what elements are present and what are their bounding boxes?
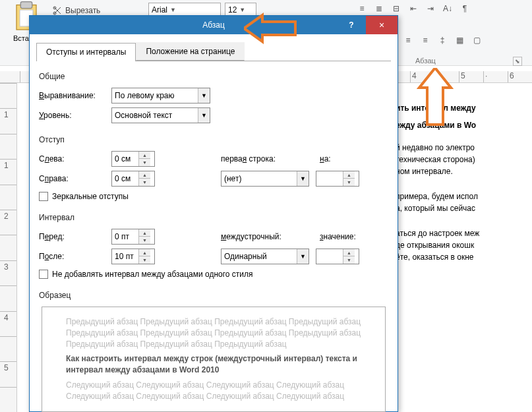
svg-rect-1 [20, 2, 32, 9]
line-spacing-at-value[interactable] [316, 252, 343, 261]
group-title: Общие [39, 72, 388, 81]
line-spacing-value: Одинарный [224, 252, 267, 261]
indent-right-label: Справа: [39, 174, 105, 183]
group-spacing: Интервал Перед: ▲▼ междустрочный: значен… [39, 213, 388, 279]
indent-right-spinner[interactable]: ▲▼ [111, 171, 155, 187]
dialog-body: Общие Выравнивание: По левому краю▼ Уров… [30, 61, 398, 412]
chevron-down-icon: ▼ [297, 171, 309, 186]
scissors-icon [52, 5, 63, 16]
chevron-down-icon: ▼ [297, 249, 309, 264]
spin-down-icon[interactable]: ▼ [139, 256, 150, 264]
paragraph-icons-row1: ≡ ≣ ⊟ ⇤ ⇥ A↓ ¶ [356, 3, 471, 15]
line-spacing-icon[interactable]: ‡ [436, 34, 448, 46]
pilcrow-icon[interactable]: ¶ [459, 3, 471, 15]
mirror-indents-checkbox[interactable]: Зеркальные отступы [39, 192, 388, 201]
align-center-icon[interactable]: ≡ [419, 34, 431, 46]
line-spacing-at-spinner[interactable]: ▲▼ [316, 249, 359, 264]
first-line-value: (нет) [224, 174, 241, 183]
increase-indent-icon[interactable]: ⇥ [425, 3, 436, 15]
doc-paragraph: аться до настроек межде открывания окошк… [396, 227, 525, 263]
dialog-tabs: Отступы и интервалы Положение на страниц… [36, 42, 391, 61]
line-spacing-select[interactable]: Одинарный▼ [221, 249, 309, 264]
dialog-titlebar[interactable]: Абзац ? × [30, 16, 398, 34]
no-space-same-style-checkbox[interactable]: Не добавлять интервал между абзацами одн… [39, 270, 388, 279]
space-after-label: После: [39, 252, 105, 261]
group-title: Интервал [39, 213, 388, 222]
paragraph-dialog-launcher[interactable]: ⬊ [513, 57, 522, 66]
spin-up-icon[interactable]: ▲ [139, 229, 150, 237]
outline-level-value: Основной текст [115, 111, 172, 120]
align-left-icon[interactable]: ≡ [402, 34, 414, 46]
space-after-value[interactable] [112, 252, 138, 261]
paragraph-group-label: Абзац [415, 57, 436, 65]
group-indent: Отступ Слева: ▲▼ первая строка: на: Спра… [39, 135, 388, 201]
chevron-down-icon: ▼ [198, 108, 210, 123]
alignment-select[interactable]: По левому краю▼ [111, 88, 210, 103]
group-preview: Образец Предыдущий абзац Предыдущий абза… [39, 291, 388, 412]
spin-down-icon[interactable]: ▼ [343, 179, 355, 186]
checkbox-icon [39, 270, 48, 279]
sort-icon[interactable]: A↓ [442, 3, 454, 15]
spin-down-icon[interactable]: ▼ [139, 179, 150, 186]
doc-heading: ить интервал междуежду абзацами в Wo [396, 99, 525, 132]
chevron-down-icon: ▼ [239, 7, 245, 13]
indent-left-spinner[interactable]: ▲▼ [111, 151, 155, 167]
doc-paragraph: примера, будем испола, который мы сейчас [396, 191, 525, 214]
space-before-value[interactable] [112, 232, 138, 241]
group-title: Образец [39, 291, 388, 300]
borders-icon[interactable]: ▢ [471, 34, 483, 46]
vertical-ruler[interactable]: 112345 [0, 83, 17, 412]
chevron-down-icon: ▼ [170, 7, 176, 13]
space-before-label: Перед: [39, 232, 105, 241]
cut-label: Вырезать [65, 6, 100, 15]
chevron-down-icon: ▼ [198, 88, 210, 103]
spin-up-icon[interactable]: ▲ [343, 171, 355, 179]
first-line-by-spinner[interactable]: ▲▼ [316, 171, 359, 187]
close-button[interactable]: × [366, 16, 398, 34]
alignment-label: Выравнивание: [39, 91, 105, 100]
indent-right-value[interactable] [112, 174, 138, 183]
no-space-label: Не добавлять интервал между абзацами одн… [52, 270, 253, 279]
preview-prev-text: Предыдущий абзац Предыдущий абзац Предыд… [66, 316, 361, 349]
mirror-indents-label: Зеркальные отступы [52, 192, 129, 201]
group-title: Отступ [39, 135, 388, 144]
shading-icon[interactable]: ▦ [454, 34, 465, 46]
outline-level-label: Уровень: [39, 111, 105, 120]
line-spacing-label: междустрочный: [221, 232, 313, 241]
checkbox-icon [39, 192, 48, 201]
preview-next-text: Следующий абзац Следующий абзац Следующи… [66, 380, 361, 402]
decrease-indent-icon[interactable]: ⇤ [407, 3, 419, 15]
group-general: Общие Выравнивание: По левому краю▼ Уров… [39, 72, 388, 123]
alignment-value: По левому краю [115, 91, 175, 100]
spin-down-icon[interactable]: ▼ [139, 237, 150, 244]
outline-level-select[interactable]: Основной текст▼ [111, 107, 210, 123]
font-size-value: 12 [228, 5, 237, 15]
space-before-spinner[interactable]: ▲▼ [111, 229, 155, 245]
paragraph-dialog: Абзац ? × Отступы и интервалы Положение … [29, 15, 398, 412]
spin-up-icon[interactable]: ▲ [139, 152, 150, 159]
tab-indents-spacing[interactable]: Отступы и интервалы [36, 43, 136, 61]
paste-label: Вста [13, 34, 29, 42]
spin-down-icon[interactable]: ▼ [139, 159, 150, 166]
dialog-title: Абзац [202, 20, 225, 30]
first-line-by-value[interactable] [316, 174, 343, 183]
first-line-label: первая строка: [221, 154, 313, 163]
spin-down-icon[interactable]: ▼ [343, 256, 355, 264]
preview-sample-text: Как настроить интервал между строк (межд… [66, 353, 361, 376]
spin-up-icon[interactable]: ▲ [139, 249, 150, 256]
by-label: на: [320, 154, 372, 163]
space-after-spinner[interactable]: ▲▼ [111, 249, 155, 264]
multilevel-list-icon[interactable]: ⊟ [390, 3, 402, 15]
spin-up-icon[interactable]: ▲ [139, 171, 150, 179]
preview-box: Предыдущий абзац Предыдущий абзац Предыд… [42, 307, 386, 412]
help-button[interactable]: ? [338, 16, 365, 34]
tab-page-position[interactable]: Положение на странице [136, 42, 245, 61]
doc-paragraph: й недавно по электротехническая сторона)… [396, 142, 525, 177]
spin-up-icon[interactable]: ▲ [343, 249, 355, 256]
indent-left-value[interactable] [112, 154, 138, 163]
bullet-list-icon[interactable]: ≡ [356, 3, 368, 15]
at-label: значение: [320, 232, 372, 241]
first-line-select[interactable]: (нет)▼ [221, 171, 309, 187]
indent-left-label: Слева: [39, 154, 105, 163]
number-list-icon[interactable]: ≣ [373, 3, 385, 15]
